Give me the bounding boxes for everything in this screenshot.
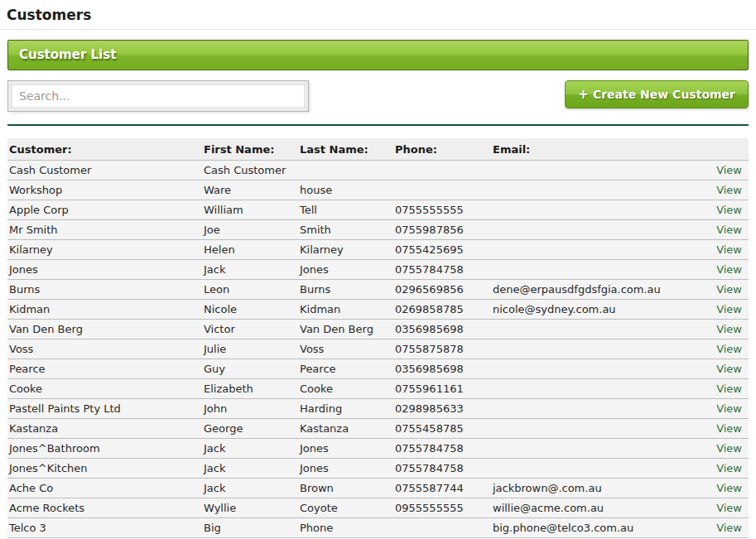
view-link[interactable]: View (716, 502, 742, 514)
cell-customer: Kilarney (7, 240, 202, 260)
cell-first-name: Jack (202, 459, 298, 479)
cell-actions: View (699, 161, 749, 180)
table-row: WorkshopWarehouseView (7, 180, 749, 200)
table-row: Cash CustomerCash CustomerView (7, 161, 749, 180)
cell-phone: 0296569856 (393, 280, 491, 300)
view-link[interactable]: View (716, 462, 742, 474)
cell-first-name: Joe (202, 220, 298, 240)
cell-customer: Cash Customer (7, 161, 202, 180)
column-header-email: Email: (491, 138, 699, 161)
cell-last-name: house (298, 180, 393, 200)
cell-first-name: Jack (202, 260, 298, 280)
view-link[interactable]: View (716, 442, 742, 455)
cell-first-name: Jack (202, 439, 298, 459)
page-title: Customers (0, 0, 756, 29)
cell-last-name: Kilarney (298, 240, 393, 260)
cell-phone: 0755784758 (393, 439, 491, 459)
view-link[interactable]: View (716, 243, 742, 256)
cell-actions: View (699, 260, 749, 280)
search-box (7, 80, 309, 112)
cell-actions: View (699, 399, 749, 419)
table-row: Telco 3BigPhonebig.phone@telco3.com.auVi… (7, 518, 749, 538)
cell-actions: View (699, 498, 749, 518)
view-link[interactable]: View (716, 383, 742, 395)
table-row: BurnsLeonBurns0296569856dene@erpausdfgds… (7, 280, 749, 300)
view-link[interactable]: View (716, 164, 742, 176)
view-link[interactable]: View (716, 363, 742, 375)
table-header-row: Customer: First Name: Last Name: Phone: … (7, 138, 749, 161)
cell-customer: Kidman (7, 300, 202, 320)
view-link[interactable]: View (716, 184, 742, 196)
cell-phone (393, 518, 491, 538)
cell-email (491, 419, 699, 439)
cell-first-name: Jack (202, 479, 298, 498)
table-row: Ache CoJackBrown0755587744jackbrown@.com… (7, 479, 749, 498)
table-row: CookeElizabethCooke0755961161View (7, 379, 749, 399)
table-top-divider (7, 124, 749, 126)
cell-customer: Voss (7, 339, 202, 359)
column-header-customer: Customer: (7, 138, 202, 161)
view-link[interactable]: View (716, 323, 742, 335)
cell-first-name: Leon (202, 280, 298, 300)
cell-phone: 0755425695 (393, 240, 491, 260)
cell-actions: View (699, 339, 749, 359)
cell-email: jackbrown@.com.au (491, 479, 699, 498)
view-link[interactable]: View (716, 224, 742, 236)
view-link[interactable]: View (716, 204, 742, 216)
cell-first-name: Big (202, 518, 298, 538)
table-row: Pastell Paints Pty LtdJohnHarding0298985… (7, 399, 749, 419)
table-row: KilarneyHelenKilarney0755425695View (7, 240, 749, 260)
cell-last-name: Burns (298, 280, 393, 300)
create-button-label: Create New Customer (593, 88, 735, 101)
cell-last-name: Jones (298, 439, 393, 459)
view-link[interactable]: View (716, 482, 742, 494)
cell-first-name: Guy (202, 359, 298, 379)
cell-customer: Pastell Paints Pty Ltd (7, 399, 202, 419)
cell-email (491, 180, 699, 200)
view-link[interactable]: View (716, 522, 742, 534)
cell-first-name: William (202, 200, 298, 220)
cell-actions: View (699, 300, 749, 320)
cell-customer: Workshop (7, 180, 202, 200)
cell-customer: Cooke (7, 379, 202, 399)
cell-last-name: Phone (298, 518, 393, 538)
cell-email (491, 379, 699, 399)
cell-phone: 0755987856 (393, 220, 491, 240)
cell-customer: Jones (7, 260, 202, 280)
table-row: Jones^KitchenJackJones0755784758View (7, 459, 749, 479)
create-new-customer-button[interactable]: +Create New Customer (565, 80, 749, 108)
cell-phone: 0755555555 (393, 200, 491, 220)
view-link[interactable]: View (716, 283, 742, 296)
view-link[interactable]: View (716, 422, 742, 435)
table-row: KastanzaGeorgeKastanza0755458785View (7, 419, 749, 439)
view-link[interactable]: View (716, 263, 742, 276)
cell-customer: Kastanza (7, 419, 202, 439)
table-row: VossJulieVoss0755875878View (7, 339, 749, 359)
view-link[interactable]: View (716, 303, 742, 315)
cell-email (491, 260, 699, 280)
cell-customer: Van Den Berg (7, 320, 202, 339)
cell-first-name: George (202, 419, 298, 439)
cell-actions: View (699, 220, 749, 240)
plus-icon: + (578, 87, 589, 102)
cell-phone: 0755875878 (393, 339, 491, 359)
cell-last-name: Brown (298, 479, 393, 498)
cell-last-name: Van Den Berg (298, 320, 393, 339)
table-row: Jones^BathroomJackJones0755784758View (7, 439, 749, 459)
view-link[interactable]: View (716, 343, 742, 355)
cell-first-name: Victor (202, 320, 298, 339)
panel-title: Customer List (19, 47, 116, 62)
cell-phone: 0755961161 (393, 379, 491, 399)
column-header-last-name: Last Name: (298, 138, 393, 161)
search-input[interactable] (12, 84, 305, 108)
column-header-first-name: First Name: (202, 138, 298, 161)
cell-actions: View (699, 459, 749, 479)
cell-actions: View (699, 320, 749, 339)
cell-first-name: Wyllie (202, 498, 298, 518)
cell-email (491, 200, 699, 220)
view-link[interactable]: View (716, 402, 742, 415)
cell-email (491, 439, 699, 459)
cell-actions: View (699, 379, 749, 399)
cell-last-name: Jones (298, 459, 393, 479)
table-row: Van Den BergVictorVan Den Berg0356985698… (7, 320, 749, 339)
